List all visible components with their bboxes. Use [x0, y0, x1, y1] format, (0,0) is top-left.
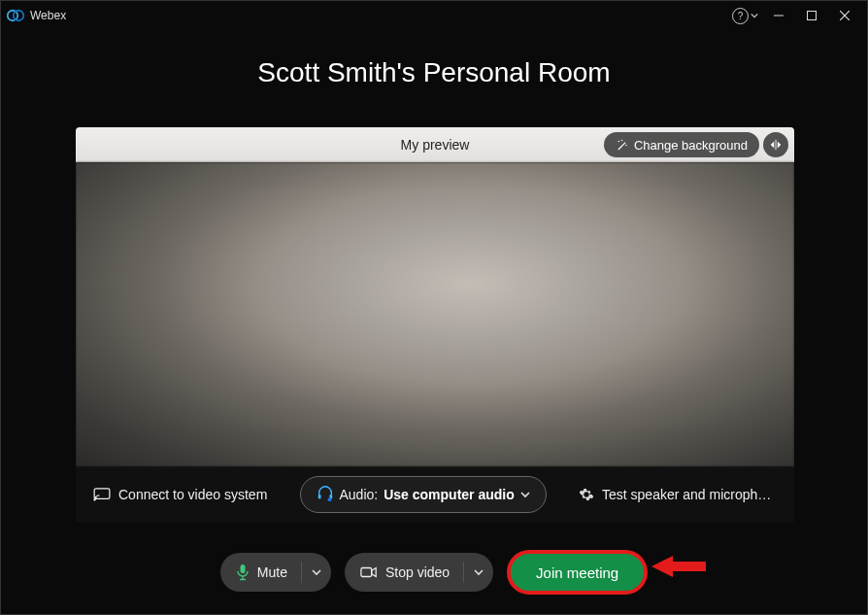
cast-icon — [93, 488, 111, 501]
chevron-down-icon — [474, 567, 484, 577]
svg-point-7 — [621, 139, 622, 140]
mute-options-button[interactable] — [302, 553, 331, 592]
preview-header: My preview Change background — [76, 127, 794, 162]
annotation-arrow-icon — [651, 554, 706, 583]
bottom-controls: Mute Stop video Join meeting — [1, 550, 867, 595]
minimize-button[interactable] — [762, 2, 795, 29]
webex-logo-icon — [7, 7, 24, 24]
svg-rect-3 — [808, 12, 817, 20]
stop-video-label: Stop video — [385, 564, 450, 580]
microphone-icon — [236, 564, 250, 581]
headset-icon — [317, 485, 334, 505]
svg-point-8 — [625, 144, 626, 145]
audio-prefix-label: Audio: — [340, 487, 379, 502]
svg-point-10 — [94, 498, 96, 500]
minimize-icon — [774, 11, 784, 20]
svg-rect-11 — [317, 494, 320, 498]
chevron-down-icon — [520, 487, 530, 502]
video-options-button[interactable] — [464, 553, 493, 592]
mirror-button[interactable] — [763, 132, 788, 157]
audio-options-button[interactable]: Audio: Use computer audio — [300, 476, 547, 513]
preview-label: My preview — [401, 137, 470, 153]
mute-label: Mute — [257, 564, 287, 580]
titlebar: Webex ? — [1, 1, 867, 30]
video-control: Stop video — [345, 553, 493, 592]
preview-card: My preview Change background Connect to … — [76, 127, 794, 523]
chevron-down-icon — [312, 567, 321, 577]
help-icon: ? — [732, 8, 749, 24]
close-icon — [840, 11, 850, 20]
join-meeting-button[interactable]: Join meeting — [507, 550, 648, 595]
maximize-icon — [807, 11, 817, 20]
join-meeting-label: Join meeting — [536, 564, 618, 581]
mute-button[interactable]: Mute — [220, 553, 301, 592]
change-background-button[interactable]: Change background — [604, 132, 759, 157]
svg-marker-18 — [651, 556, 706, 577]
mirror-icon — [769, 138, 783, 152]
maximize-button[interactable] — [795, 2, 828, 29]
test-speaker-label: Test speaker and microphone — [602, 487, 777, 502]
mute-control: Mute — [220, 553, 331, 592]
svg-point-6 — [618, 140, 618, 141]
room-title: Scott Smith's Personal Room — [1, 57, 867, 88]
audio-value-label: Use computer audio — [384, 487, 515, 502]
chevron-down-icon — [751, 12, 758, 19]
window-title: Webex — [30, 9, 66, 22]
change-background-label: Change background — [634, 138, 748, 153]
wand-icon — [616, 139, 628, 152]
preview-footer: Connect to video system Audio: Use compu… — [76, 466, 794, 523]
svg-rect-17 — [361, 568, 372, 577]
gear-icon — [579, 487, 594, 502]
stop-video-button[interactable]: Stop video — [345, 553, 463, 592]
close-button[interactable] — [828, 2, 861, 29]
svg-rect-9 — [94, 489, 110, 499]
video-preview — [76, 162, 794, 466]
camera-icon — [360, 565, 378, 579]
help-button[interactable]: ? — [732, 8, 758, 24]
connect-video-system-button[interactable]: Connect to video system — [93, 487, 267, 502]
svg-point-13 — [327, 497, 331, 501]
svg-rect-14 — [240, 564, 245, 573]
connect-video-system-label: Connect to video system — [118, 487, 267, 502]
test-speaker-button[interactable]: Test speaker and microphone — [579, 487, 777, 502]
